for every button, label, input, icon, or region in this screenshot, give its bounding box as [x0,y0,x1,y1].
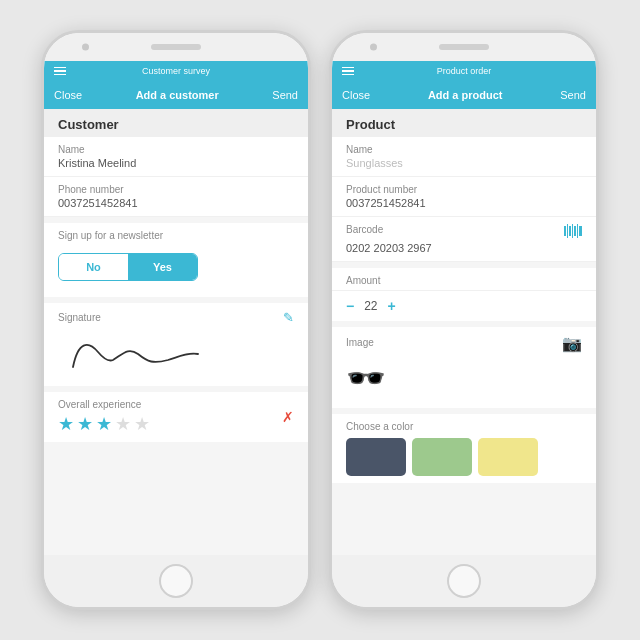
phone-label: Phone number [58,184,294,195]
svg-rect-3 [572,224,573,238]
product-name-label: Name [346,144,582,155]
phone-customer-survey: Customer survey Close Add a customer Sen… [41,30,311,610]
product-number-label: Product number [346,184,582,195]
star-5[interactable]: ★ [134,413,150,435]
color-swatch-yellow[interactable] [478,438,538,476]
star-4[interactable]: ★ [115,413,131,435]
phone-product-order: Product order Close Add a product Send P… [329,30,599,610]
send-button-left[interactable]: Send [272,89,298,101]
nav-add-customer-button[interactable]: Add a customer [136,89,219,101]
customer-section-header: Customer [44,109,308,137]
product-number-value: 0037251452841 [346,197,582,209]
phone-speaker-right [439,44,489,50]
nav-add-product-button[interactable]: Add a product [428,89,503,101]
phone-screen-left: Customer survey Close Add a customer Sen… [44,61,308,555]
phone-value: 0037251452841 [58,197,294,209]
signature-header: Signature ✎ [58,310,294,325]
home-button-left[interactable] [159,564,193,598]
signature-edit-icon[interactable]: ✎ [283,310,294,325]
newsletter-label: Sign up for a newsletter [44,223,308,245]
status-bar-right: Product order [332,61,596,81]
image-header: Image 📷 [346,334,582,353]
star-1[interactable]: ★ [58,413,74,435]
phone-top-bar-right [332,33,596,61]
svg-rect-5 [577,224,578,238]
nav-bar-left: Close Add a customer Send [44,81,308,109]
hamburger-icon-right [342,67,354,76]
product-name-placeholder: Sunglasses [346,157,582,169]
color-swatches [346,438,582,476]
screen-content-right: Product Name Sunglasses Product number 0… [332,109,596,555]
phone-bottom-bar-left [44,555,308,607]
phone-bottom-bar-right [332,555,596,607]
image-label: Image [346,337,374,348]
close-button-left[interactable]: Close [54,89,82,101]
camera-icon[interactable]: 📷 [562,334,582,353]
nav-bar-right: Close Add a product Send [332,81,596,109]
amount-decrease-button[interactable]: − [346,298,354,314]
phone-screen-right: Product order Close Add a product Send P… [332,61,596,555]
barcode-label: Barcode [346,224,383,235]
star-3[interactable]: ★ [96,413,112,435]
color-swatch-dark[interactable] [346,438,406,476]
send-button-right[interactable]: Send [560,89,586,101]
color-section: Choose a color [332,414,596,483]
phone-top-bar-left [44,33,308,61]
sunglasses-image: 🕶️ [346,359,582,397]
toggle-yes-button[interactable]: Yes [128,254,197,280]
amount-increase-button[interactable]: + [388,298,396,314]
amount-value: 22 [364,299,377,313]
signature-section: Signature ✎ [44,303,308,386]
svg-rect-0 [564,226,566,236]
close-button-right[interactable]: Close [342,89,370,101]
hamburger-icon-left [54,67,66,76]
overall-experience-section: Overall experience ★ ★ ★ ★ ★ ✗ [44,392,308,442]
phone-camera-left [82,44,89,51]
name-field[interactable]: Name Kristina Meelind [44,137,308,177]
svg-rect-6 [579,226,582,236]
newsletter-section: Sign up for a newsletter No Yes [44,223,308,297]
amount-field-label: Amount [332,268,596,291]
image-section: Image 📷 🕶️ [332,327,596,408]
product-section-header: Product [332,109,596,137]
overall-experience-label: Overall experience [58,399,282,410]
amount-row: − 22 + [332,291,596,321]
name-label: Name [58,144,294,155]
barcode-scan-icon[interactable] [564,224,582,242]
phone-speaker-left [151,44,201,50]
star-2[interactable]: ★ [77,413,93,435]
signature-image [58,329,294,379]
status-bar-title-right: Product order [437,66,492,76]
signature-svg [58,332,208,377]
star-rating[interactable]: ★ ★ ★ ★ ★ [58,413,282,435]
customer-form: Name Kristina Meelind Phone number 00372… [44,137,308,217]
choose-color-label: Choose a color [346,421,582,432]
barcode-field[interactable]: Barcode [332,217,596,262]
phone-camera-right [370,44,377,51]
product-number-field[interactable]: Product number 0037251452841 [332,177,596,217]
amount-label: Amount [346,275,582,286]
newsletter-toggle[interactable]: No Yes [58,253,198,281]
barcode-value: 0202 20203 2967 [346,242,582,254]
product-form: Name Sunglasses Product number 003725145… [332,137,596,262]
svg-rect-4 [574,226,576,236]
color-swatch-green[interactable] [412,438,472,476]
phone-field[interactable]: Phone number 0037251452841 [44,177,308,217]
toggle-no-button[interactable]: No [59,254,128,280]
signature-label: Signature [58,312,101,323]
name-value: Kristina Meelind [58,157,294,169]
product-name-field[interactable]: Name Sunglasses [332,137,596,177]
svg-rect-1 [567,224,568,238]
amount-section: Amount − 22 + [332,268,596,321]
status-bar-left: Customer survey [44,61,308,81]
delete-rating-icon[interactable]: ✗ [282,409,294,425]
screen-content-left: Customer Name Kristina Meelind Phone num… [44,109,308,555]
home-button-right[interactable] [447,564,481,598]
barcode-row: Barcode [346,224,582,242]
status-bar-title-left: Customer survey [142,66,210,76]
svg-rect-2 [569,226,571,236]
